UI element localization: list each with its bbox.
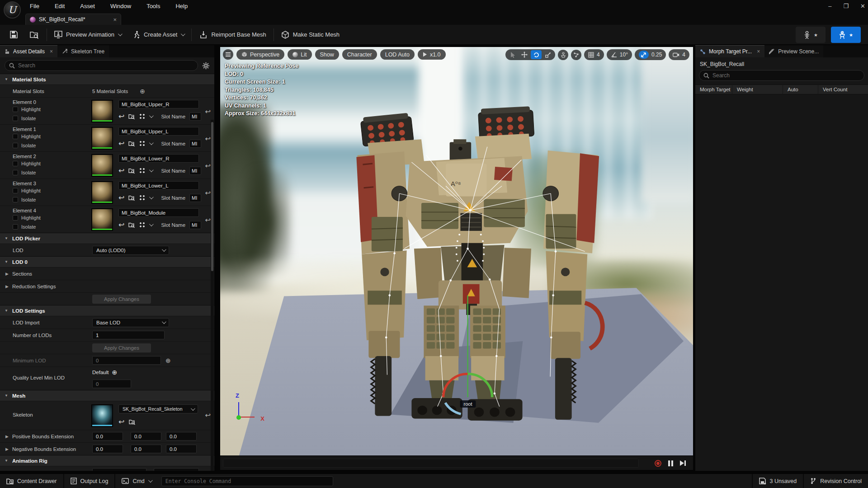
details-search[interactable] xyxy=(5,60,198,71)
browse-icon[interactable] xyxy=(128,222,135,228)
menu-tools[interactable]: Tools xyxy=(146,3,160,9)
sections-row[interactable]: Sections xyxy=(12,271,32,277)
chevron-down-icon[interactable] xyxy=(149,195,154,199)
close-tab-icon[interactable]: × xyxy=(50,48,53,55)
use-selected-icon[interactable]: ↩ xyxy=(118,112,124,121)
section-material-slots[interactable]: ▼Material Slots xyxy=(0,74,214,84)
make-static-mesh-button[interactable]: Make Static Mesh xyxy=(275,25,345,45)
close-button[interactable]: ✕ xyxy=(860,3,865,9)
grid-snap-control[interactable]: 4 xyxy=(584,49,604,60)
section-lod-settings[interactable]: ▼LOD Settings xyxy=(0,305,214,316)
reduction-settings-row[interactable]: Reduction Settings xyxy=(12,284,56,289)
content-drawer-button[interactable]: Content Drawer xyxy=(0,474,63,488)
character-preview-icon[interactable] xyxy=(558,50,568,60)
browse-to-asset-button[interactable] xyxy=(24,25,45,45)
settings-gear-icon[interactable] xyxy=(202,62,210,70)
isolate-checkbox[interactable] xyxy=(13,224,18,230)
reset-to-default-icon[interactable]: ↩ xyxy=(205,108,211,116)
browse-icon[interactable] xyxy=(128,195,135,201)
material-thumbnail[interactable] xyxy=(91,154,113,177)
highlight-checkbox[interactable] xyxy=(13,215,18,221)
highlight-checkbox[interactable] xyxy=(13,134,18,139)
minimum-lod-field[interactable]: 0 xyxy=(92,356,161,365)
section-lod0[interactable]: ▼LOD 0 xyxy=(0,256,214,267)
material-thumbnail[interactable] xyxy=(91,100,113,122)
tab-preview-scene-settings[interactable]: Preview Scene... xyxy=(764,45,823,57)
material-options-icon[interactable] xyxy=(139,195,145,201)
material-options-icon[interactable] xyxy=(139,113,145,119)
lit-button[interactable]: Lit xyxy=(288,49,311,60)
add-quality-level-icon[interactable]: ⊕ xyxy=(112,369,117,376)
camera-speed-control[interactable]: 0.25 xyxy=(635,49,666,60)
use-selected-icon[interactable]: ↩ xyxy=(118,139,124,148)
slot-name-field[interactable]: MI xyxy=(189,221,201,229)
show-button[interactable]: Show xyxy=(315,49,339,60)
lod-dropdown[interactable]: Auto (LOD0) xyxy=(92,246,169,255)
unsaved-button[interactable]: 3 Unsaved xyxy=(753,474,803,488)
highlight-checkbox[interactable] xyxy=(13,188,18,193)
use-selected-icon[interactable]: ↩ xyxy=(118,193,124,202)
slot-name-field[interactable]: MI xyxy=(189,194,201,202)
reset-to-default-icon[interactable]: ↩ xyxy=(205,189,211,197)
viewport-menu-button[interactable] xyxy=(223,49,233,60)
bounds-x-field[interactable]: 0.0 xyxy=(92,432,123,441)
chevron-down-icon[interactable] xyxy=(149,113,154,118)
column-vert-count[interactable]: Vert Count xyxy=(818,85,868,94)
tab-skeleton-tree[interactable]: Skeleton Tree xyxy=(57,45,109,57)
bones-visibility-icon[interactable] xyxy=(571,50,581,60)
pause-button[interactable] xyxy=(668,460,673,466)
lod-import-dropdown[interactable]: Base LOD xyxy=(92,318,169,327)
material-name-field[interactable]: MI_BigBot_Upper_R xyxy=(118,100,199,108)
use-selected-icon[interactable]: ↩ xyxy=(118,166,124,175)
browse-icon[interactable] xyxy=(128,168,135,174)
highlight-checkbox[interactable] xyxy=(13,161,18,166)
menu-file[interactable]: File xyxy=(30,3,39,9)
browse-icon[interactable] xyxy=(129,419,136,425)
reset-to-default-icon[interactable]: ↩ xyxy=(205,216,211,224)
material-options-icon[interactable] xyxy=(139,141,145,146)
scale-tool-icon[interactable] xyxy=(542,50,553,59)
viewport[interactable]: A⁰⁸ xyxy=(220,47,693,455)
asset-tab-close-icon[interactable]: × xyxy=(113,16,117,23)
save-button[interactable] xyxy=(4,25,24,45)
close-tab-icon[interactable]: × xyxy=(757,48,760,55)
material-options-icon[interactable] xyxy=(139,222,145,228)
chevron-down-icon[interactable] xyxy=(149,168,154,172)
column-auto[interactable]: Auto xyxy=(783,85,818,94)
use-selected-icon[interactable]: ↩ xyxy=(118,418,124,426)
timeline-scrubber[interactable] xyxy=(223,459,639,468)
reset-to-default-icon[interactable]: ↩ xyxy=(205,162,211,170)
menu-window[interactable]: Window xyxy=(110,3,131,9)
character-button[interactable]: Character xyxy=(342,49,377,60)
isolate-checkbox[interactable] xyxy=(13,116,18,121)
skeleton-mode-button[interactable]: ★ xyxy=(796,27,826,43)
tab-asset-details[interactable]: Asset Details× xyxy=(0,45,57,57)
material-options-icon[interactable] xyxy=(139,168,145,174)
slot-name-field[interactable]: MI xyxy=(189,167,201,175)
negative-bounds-row[interactable]: Negative Bounds Extension xyxy=(12,446,76,452)
add-per-platform-icon[interactable]: ⊕ xyxy=(165,357,171,364)
section-mesh[interactable]: ▼Mesh xyxy=(0,390,214,401)
menu-asset[interactable]: Asset xyxy=(80,3,95,9)
section-lod-picker[interactable]: ▼LOD Picker xyxy=(0,233,214,244)
preview-animation-button[interactable]: Preview Animation xyxy=(48,25,127,45)
positive-bounds-row[interactable]: Positive Bounds Extension xyxy=(12,434,74,439)
bounds-z-field[interactable]: 0.0 xyxy=(166,445,197,453)
rotate-tool-icon[interactable] xyxy=(531,50,542,59)
reimport-base-mesh-button[interactable]: Reimport Base Mesh xyxy=(193,25,272,45)
highlight-checkbox[interactable] xyxy=(13,107,18,112)
bounds-y-field[interactable]: 0.0 xyxy=(131,432,161,441)
material-thumbnail[interactable] xyxy=(91,181,113,204)
material-name-field[interactable]: MI_BigBot_Module xyxy=(118,208,199,217)
tab-morph-target-previewer[interactable]: Morph Target Pr...× xyxy=(695,45,764,57)
isolate-checkbox[interactable] xyxy=(13,197,18,202)
slot-name-field[interactable]: MI xyxy=(189,140,201,148)
quality-min-lod-field[interactable]: 0 xyxy=(92,380,131,388)
number-of-lods-field[interactable]: 1 xyxy=(92,331,165,339)
search-input[interactable] xyxy=(18,62,193,69)
select-tool-icon[interactable] xyxy=(507,50,518,59)
column-morph-target[interactable]: Morph Target xyxy=(695,85,732,94)
reset-to-default-icon[interactable]: ↩ xyxy=(205,135,211,143)
material-thumbnail[interactable] xyxy=(91,208,113,231)
mesh-mode-button[interactable]: ★ xyxy=(831,27,861,43)
